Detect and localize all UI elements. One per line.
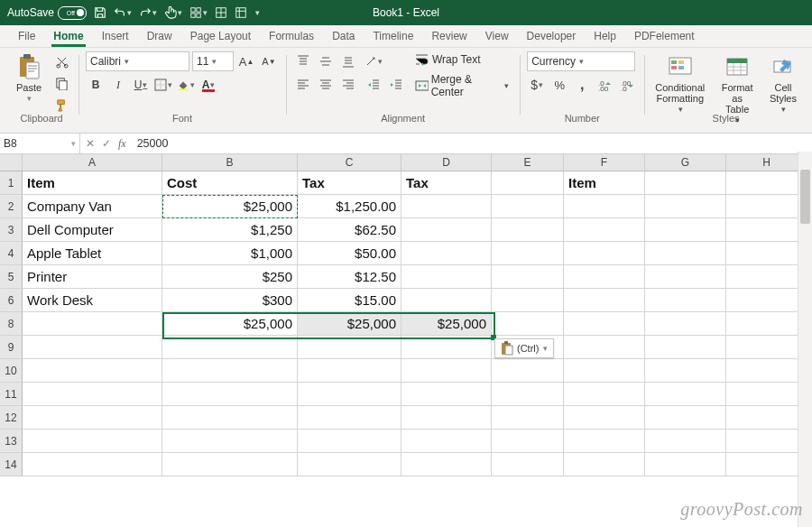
cell[interactable] — [564, 406, 645, 430]
cell[interactable] — [564, 336, 645, 359]
orientation-button[interactable]: ▾ — [364, 51, 383, 71]
underline-button[interactable]: U▾ — [131, 75, 151, 95]
save-icon[interactable] — [94, 6, 106, 19]
autosave-toggle[interactable]: AutoSave Off — [7, 6, 87, 20]
cell[interactable] — [162, 359, 298, 383]
cell[interactable] — [401, 336, 492, 359]
fill-color-button[interactable]: ▾ — [176, 75, 196, 95]
cell[interactable] — [23, 359, 162, 383]
copy-button[interactable] — [51, 73, 71, 93]
align-left-icon[interactable] — [293, 75, 313, 95]
row-header[interactable]: 2 — [0, 195, 23, 218]
cell[interactable] — [298, 430, 401, 453]
align-bottom-icon[interactable] — [338, 51, 358, 71]
undo-button[interactable]: ▾ — [114, 6, 132, 19]
cell[interactable] — [564, 218, 645, 242]
cell[interactable]: Tax — [298, 171, 401, 195]
cell[interactable] — [645, 218, 726, 242]
cell[interactable] — [23, 336, 162, 359]
font-color-button[interactable]: A▾ — [198, 75, 218, 95]
row-header[interactable]: 4 — [0, 242, 23, 265]
cell[interactable]: Item — [23, 171, 162, 195]
cell[interactable] — [401, 430, 492, 453]
cell[interactable]: Dell Computer — [23, 218, 162, 242]
align-middle-icon[interactable] — [316, 51, 336, 71]
cell[interactable] — [726, 383, 807, 406]
cell[interactable]: $1,250.00 — [298, 195, 401, 218]
increase-indent-icon[interactable] — [386, 75, 406, 95]
row-header[interactable]: 5 — [0, 265, 23, 289]
cell[interactable] — [726, 336, 807, 359]
select-all-corner[interactable] — [0, 154, 23, 171]
decrease-decimal-icon[interactable]: .00.0 — [617, 75, 637, 95]
cell[interactable] — [162, 453, 298, 476]
cell[interactable]: $15.00 — [298, 289, 401, 312]
cell[interactable] — [492, 430, 564, 453]
cell[interactable] — [564, 265, 645, 289]
cell[interactable] — [645, 171, 726, 195]
font-name-combo[interactable]: Calibri▾ — [86, 51, 189, 71]
cell[interactable] — [564, 430, 645, 453]
vertical-scrollbar[interactable] — [798, 152, 812, 527]
cell[interactable] — [645, 289, 726, 312]
cell[interactable] — [726, 406, 807, 430]
increase-font-icon[interactable]: A▲ — [236, 51, 256, 71]
number-format-combo[interactable]: Currency▾ — [527, 51, 635, 71]
borders-button[interactable]: ▾ — [153, 75, 173, 95]
format-icon[interactable]: ▾ — [189, 6, 208, 19]
cell[interactable]: Printer — [23, 265, 162, 289]
tab-help[interactable]: Help — [585, 26, 625, 47]
row-header[interactable]: 14 — [0, 453, 23, 476]
paste-options-tag[interactable]: (Ctrl) ▾ — [494, 338, 554, 358]
tab-data[interactable]: Data — [323, 26, 364, 47]
cell[interactable]: $250 — [162, 265, 298, 289]
cell[interactable] — [162, 383, 298, 406]
align-center-icon[interactable] — [316, 75, 336, 95]
cell[interactable] — [492, 242, 564, 265]
tab-draw[interactable]: Draw — [138, 26, 181, 47]
tab-developer[interactable]: Developer — [518, 26, 586, 47]
col-header-H[interactable]: H — [726, 154, 807, 171]
col-header-B[interactable]: B — [162, 154, 298, 171]
bold-button[interactable]: B — [86, 75, 106, 95]
cell[interactable] — [726, 171, 807, 195]
cell[interactable]: $25,000 — [298, 312, 401, 336]
cell[interactable] — [726, 289, 807, 312]
cell[interactable] — [726, 359, 807, 383]
cell[interactable]: $300 — [162, 289, 298, 312]
cell[interactable] — [645, 195, 726, 218]
tab-pdfelement[interactable]: PDFelement — [625, 26, 704, 47]
borders-icon[interactable] — [215, 6, 227, 19]
cell[interactable] — [23, 383, 162, 406]
qa-customize-icon[interactable]: ▾ — [254, 8, 260, 17]
cell[interactable] — [401, 453, 492, 476]
cell[interactable] — [401, 383, 492, 406]
cell[interactable] — [564, 359, 645, 383]
paste-button[interactable]: Paste ▾ — [12, 51, 46, 106]
cell[interactable] — [564, 383, 645, 406]
cell[interactable] — [726, 242, 807, 265]
cell[interactable] — [162, 406, 298, 430]
col-header-C[interactable]: C — [298, 154, 401, 171]
row-header[interactable]: 8 — [0, 312, 23, 336]
cell[interactable] — [401, 195, 492, 218]
cell[interactable] — [401, 359, 492, 383]
cell[interactable] — [726, 430, 807, 453]
row-header[interactable]: 1 — [0, 171, 23, 195]
cell[interactable] — [492, 265, 564, 289]
cell[interactable] — [23, 312, 162, 336]
cell[interactable]: Tax — [401, 171, 492, 195]
cell[interactable]: $50.00 — [298, 242, 401, 265]
col-header-G[interactable]: G — [645, 154, 726, 171]
font-size-combo[interactable]: 11▾ — [192, 51, 234, 71]
cell[interactable]: $12.50 — [298, 265, 401, 289]
tab-file[interactable]: File — [9, 26, 44, 47]
percent-format-button[interactable]: % — [549, 75, 569, 95]
row-header[interactable]: 13 — [0, 430, 23, 453]
cell[interactable] — [492, 359, 564, 383]
tab-timeline[interactable]: Timeline — [364, 26, 422, 47]
cell[interactable] — [162, 430, 298, 453]
cell[interactable] — [645, 265, 726, 289]
pivot-icon[interactable] — [235, 6, 247, 19]
touch-mode-icon[interactable]: ▾ — [164, 6, 182, 19]
